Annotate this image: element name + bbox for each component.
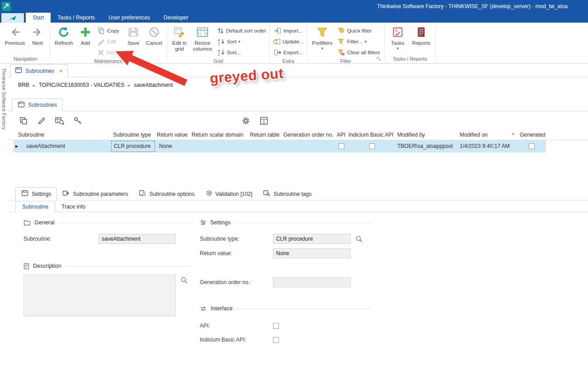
breadcrumb-item-brb[interactable]: BRB [18, 82, 29, 88]
subroutine-type-input[interactable]: CLR procedure [273, 234, 351, 244]
prefilters-label: Prefilters [312, 40, 332, 46]
subroutine-input[interactable]: saveAttachment [99, 234, 176, 244]
cell-return-value[interactable]: None [159, 143, 172, 149]
ribbon-tab-start[interactable]: Start [26, 13, 51, 23]
ribbon-tab-developer[interactable]: Developer [157, 13, 195, 23]
next-button[interactable]: Next [27, 24, 48, 46]
import-label: Import... [283, 28, 302, 33]
reports-button[interactable]: Reports [409, 24, 433, 46]
cell-modified-by[interactable]: TBOER\sa_atsapppool [397, 143, 453, 149]
cell-api-checkbox[interactable] [339, 143, 344, 151]
section-rule [58, 223, 191, 223]
save-button[interactable]: Save [123, 24, 143, 46]
delete-x-icon [97, 49, 105, 56]
tasks-button[interactable]: Tasks ▾ [386, 24, 409, 51]
refresh-button[interactable]: Refresh [52, 24, 75, 46]
update-button[interactable]: Update... [272, 36, 305, 47]
refresh-label: Refresh [55, 40, 73, 46]
column-header-modified-by[interactable]: Modified by [397, 132, 425, 138]
cell-subroutine-type[interactable]: CLR procedure [111, 141, 155, 152]
return-value-input[interactable]: None [273, 248, 351, 258]
description-field[interactable] [24, 275, 176, 316]
reports-label: Reports [412, 40, 430, 46]
ribbon-separator [384, 24, 385, 61]
ribbon-group-tasks-reports: Tasks ▾ Reports Tasks / Reports [386, 23, 433, 63]
previous-button[interactable]: Previous [3, 24, 27, 46]
ribbon-tab-user-preferences[interactable]: User preferences [102, 13, 157, 23]
close-tab-icon[interactable]: × [59, 68, 63, 74]
copy-icon [97, 27, 105, 34]
cell-modified-on[interactable]: 1/4/2023 9:40:17 AM [460, 143, 510, 149]
cell-generated-checkbox[interactable] [529, 143, 535, 151]
interface-header-label: Interface [211, 305, 233, 312]
subroutines-list-tab[interactable]: Subroutines [12, 99, 63, 111]
ribbon-separator [50, 24, 50, 61]
import-button[interactable]: Import... [272, 25, 305, 36]
api-checkbox[interactable] [339, 143, 344, 149]
tab-validation[interactable]: Validation [102] [200, 187, 258, 200]
previous-arrow-icon [9, 25, 21, 39]
add-button[interactable]: Add [75, 24, 95, 46]
ribbon-separator [307, 24, 307, 61]
generated-checkbox[interactable] [529, 143, 535, 149]
breadcrumb: BRB ▸ TOPIC/ACE1630053 - VALIDATIES ▸ sa… [8, 77, 588, 93]
indicium-basic-api-checkbox[interactable] [369, 143, 375, 149]
column-header-indicium-basic-api[interactable]: Indicium Basic API [348, 132, 393, 138]
edit-row-button[interactable] [35, 114, 48, 127]
api-form-checkbox[interactable] [273, 323, 279, 329]
cell-indicium-checkbox[interactable] [369, 143, 375, 151]
column-header-return-value[interactable]: Return value [157, 132, 188, 138]
table-row[interactable]: ▶ saveAttachment CLR procedure None TBOE… [8, 140, 588, 152]
key-button[interactable] [71, 114, 84, 127]
ribbon-group-extra: Import... Update... Export... [272, 23, 305, 63]
cell-subroutine[interactable]: saveAttachment [26, 143, 65, 149]
tab-subroutine-tags[interactable]: Subroutine tags [258, 187, 317, 200]
form-view-button[interactable] [258, 114, 270, 127]
tab-subroutine[interactable]: Subroutine [15, 201, 55, 212]
description-zoom-button[interactable] [180, 276, 188, 284]
tab-trace-info[interactable]: Trace info [55, 201, 92, 212]
ribbon-tab-tasks-reports[interactable]: Tasks / Reports [51, 13, 102, 23]
filter-dropdown-icon: ▾ [365, 39, 367, 44]
search-grid-button[interactable] [53, 114, 66, 127]
column-header-generated[interactable]: Generated [520, 132, 546, 138]
cancel-button[interactable]: Cancel [143, 24, 165, 46]
clear-all-filters-button[interactable]: Clear all filters [335, 47, 382, 58]
tasks-icon [391, 25, 404, 39]
column-header-generation-order-no[interactable]: Generation order no. [283, 132, 334, 138]
paper-plane-icon [7, 14, 18, 22]
side-rail: Thinkwise Software Factory [0, 64, 8, 380]
tab-window-icon [15, 67, 22, 75]
generation-order-input[interactable] [273, 277, 351, 287]
column-header-return-scalar-domain[interactable]: Return scalar domain [192, 132, 243, 138]
cascade-windows-button[interactable] [17, 114, 30, 127]
subroutine-type-lookup-button[interactable] [355, 235, 363, 243]
sort-options-button[interactable]: AZ Sort... [215, 47, 268, 58]
default-sort-order-button[interactable]: Default sort order [215, 25, 268, 36]
tab-subroutine-parameters[interactable]: Subroutine parameters [57, 187, 133, 200]
ribbon: Previous Next Navigation Refresh [0, 23, 588, 64]
app-logo-icon[interactable] [2, 2, 11, 11]
column-header-subroutine-type[interactable]: Subroutine type [113, 132, 151, 138]
tab-settings[interactable]: Settings [15, 187, 57, 200]
tab-subroutine-options[interactable]: Subroutine options [133, 187, 200, 200]
column-header-modified-on[interactable]: Modified on [460, 132, 488, 138]
gear-icon [241, 116, 250, 125]
document-tab-subroutines[interactable]: Subroutines × [10, 64, 68, 77]
resize-columns-icon [196, 25, 209, 39]
copy-button[interactable]: Copy [95, 25, 123, 36]
export-button[interactable]: Export... [272, 47, 305, 58]
ribbon-separator [435, 24, 436, 61]
filter-button[interactable]: Filter... ▾ [335, 36, 382, 47]
filter-dialog-launcher-icon[interactable] [376, 56, 381, 62]
add-label: Add [81, 40, 90, 46]
settings-button[interactable] [240, 114, 252, 127]
column-header-return-table[interactable]: Return table [250, 132, 279, 138]
column-header-api[interactable]: API [337, 132, 345, 138]
application-menu-button[interactable] [1, 13, 24, 23]
quick-filter-button[interactable]: Quick filter [335, 25, 382, 36]
indicium-basic-api-form-checkbox[interactable] [273, 337, 279, 343]
prefilters-button[interactable]: Prefilters ▾ [309, 24, 335, 51]
sort-button[interactable]: AZ Sort ▾ [215, 36, 268, 47]
column-header-subroutine[interactable]: Subroutine [18, 132, 44, 138]
